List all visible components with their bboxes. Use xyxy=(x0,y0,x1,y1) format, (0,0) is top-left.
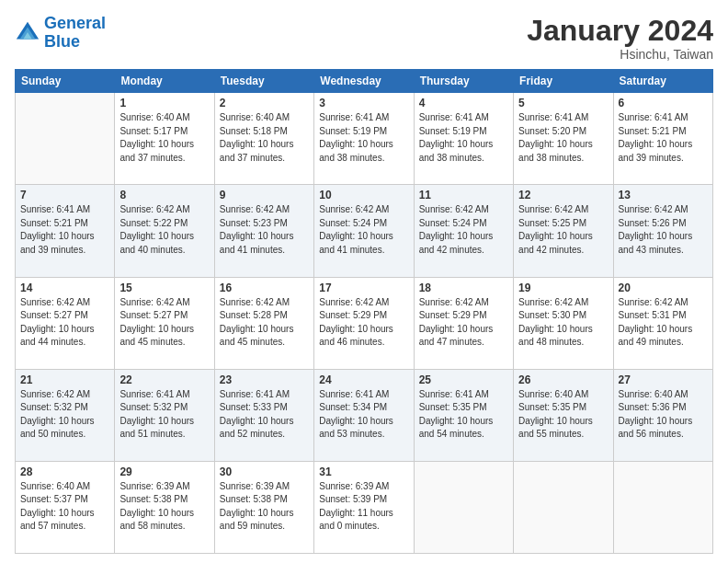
day-info: Sunrise: 6:42 AMSunset: 5:27 PMDaylight:… xyxy=(119,296,209,350)
day-info: Sunrise: 6:41 AMSunset: 5:19 PMDaylight:… xyxy=(419,111,508,165)
day-number: 21 xyxy=(20,373,109,386)
main-title: January 2024 xyxy=(527,15,713,47)
logo: General Blue xyxy=(15,15,106,52)
calendar-cell: 13Sunrise: 6:42 AMSunset: 5:26 PMDayligh… xyxy=(613,185,712,277)
day-info: Sunrise: 6:42 AMSunset: 5:22 PMDaylight:… xyxy=(119,203,209,257)
calendar-header-thursday: Thursday xyxy=(414,70,513,93)
calendar-cell: 18Sunrise: 6:42 AMSunset: 5:29 PMDayligh… xyxy=(414,277,513,369)
calendar-cell xyxy=(16,93,115,185)
day-number: 24 xyxy=(319,373,408,386)
day-number: 25 xyxy=(419,373,508,386)
day-info: Sunrise: 6:42 AMSunset: 5:24 PMDaylight:… xyxy=(319,203,408,257)
calendar-cell: 16Sunrise: 6:42 AMSunset: 5:28 PMDayligh… xyxy=(214,277,313,369)
calendar-week-row: 28Sunrise: 6:40 AMSunset: 5:37 PMDayligh… xyxy=(16,461,713,553)
calendar-cell xyxy=(414,461,513,553)
day-info: Sunrise: 6:40 AMSunset: 5:37 PMDaylight:… xyxy=(20,480,109,534)
day-info: Sunrise: 6:42 AMSunset: 5:23 PMDaylight:… xyxy=(220,203,309,257)
calendar-header-row: SundayMondayTuesdayWednesdayThursdayFrid… xyxy=(16,70,713,93)
day-number: 31 xyxy=(319,465,408,478)
calendar-cell: 25Sunrise: 6:41 AMSunset: 5:35 PMDayligh… xyxy=(414,369,513,461)
calendar-cell: 12Sunrise: 6:42 AMSunset: 5:25 PMDayligh… xyxy=(514,185,613,277)
calendar-cell: 22Sunrise: 6:41 AMSunset: 5:32 PMDayligh… xyxy=(115,369,214,461)
subtitle: Hsinchu, Taiwan xyxy=(527,47,713,62)
calendar-header-sunday: Sunday xyxy=(16,70,115,93)
day-number: 9 xyxy=(220,189,309,201)
day-info: Sunrise: 6:40 AMSunset: 5:35 PMDaylight:… xyxy=(518,388,608,442)
day-info: Sunrise: 6:40 AMSunset: 5:36 PMDaylight:… xyxy=(619,388,708,442)
day-info: Sunrise: 6:41 AMSunset: 5:32 PMDaylight:… xyxy=(119,388,209,442)
logo-line1: General xyxy=(44,14,106,32)
day-number: 15 xyxy=(119,282,209,294)
day-info: Sunrise: 6:41 AMSunset: 5:34 PMDaylight:… xyxy=(319,388,408,442)
day-number: 28 xyxy=(20,465,109,478)
calendar-cell xyxy=(613,461,712,553)
day-number: 10 xyxy=(319,189,408,201)
calendar-cell: 31Sunrise: 6:39 AMSunset: 5:39 PMDayligh… xyxy=(314,461,414,553)
day-info: Sunrise: 6:42 AMSunset: 5:32 PMDaylight:… xyxy=(20,388,109,442)
day-number: 2 xyxy=(220,97,309,109)
day-info: Sunrise: 6:41 AMSunset: 5:35 PMDaylight:… xyxy=(419,388,508,442)
day-info: Sunrise: 6:42 AMSunset: 5:30 PMDaylight:… xyxy=(518,296,608,350)
day-number: 17 xyxy=(319,282,408,294)
day-info: Sunrise: 6:41 AMSunset: 5:20 PMDaylight:… xyxy=(518,111,608,165)
day-number: 13 xyxy=(619,189,708,201)
day-number: 6 xyxy=(619,97,708,109)
calendar-cell: 3Sunrise: 6:41 AMSunset: 5:19 PMDaylight… xyxy=(314,93,414,185)
calendar-cell: 26Sunrise: 6:40 AMSunset: 5:35 PMDayligh… xyxy=(514,369,613,461)
calendar-header-friday: Friday xyxy=(514,70,613,93)
day-number: 8 xyxy=(119,189,209,201)
calendar-table: SundayMondayTuesdayWednesdayThursdayFrid… xyxy=(15,69,713,554)
calendar-cell: 29Sunrise: 6:39 AMSunset: 5:38 PMDayligh… xyxy=(115,461,214,553)
calendar-header-tuesday: Tuesday xyxy=(214,70,313,93)
day-info: Sunrise: 6:42 AMSunset: 5:29 PMDaylight:… xyxy=(319,296,408,350)
day-info: Sunrise: 6:40 AMSunset: 5:17 PMDaylight:… xyxy=(119,111,209,165)
calendar-week-row: 14Sunrise: 6:42 AMSunset: 5:27 PMDayligh… xyxy=(16,277,713,369)
day-info: Sunrise: 6:42 AMSunset: 5:24 PMDaylight:… xyxy=(419,203,508,257)
day-number: 30 xyxy=(220,465,309,478)
day-info: Sunrise: 6:42 AMSunset: 5:28 PMDaylight:… xyxy=(220,296,309,350)
day-info: Sunrise: 6:39 AMSunset: 5:39 PMDaylight:… xyxy=(319,480,408,534)
calendar-cell: 8Sunrise: 6:42 AMSunset: 5:22 PMDaylight… xyxy=(115,185,214,277)
day-number: 23 xyxy=(220,373,309,386)
calendar-cell: 17Sunrise: 6:42 AMSunset: 5:29 PMDayligh… xyxy=(314,277,414,369)
calendar-cell: 15Sunrise: 6:42 AMSunset: 5:27 PMDayligh… xyxy=(115,277,214,369)
calendar-week-row: 21Sunrise: 6:42 AMSunset: 5:32 PMDayligh… xyxy=(16,369,713,461)
calendar-cell: 19Sunrise: 6:42 AMSunset: 5:30 PMDayligh… xyxy=(514,277,613,369)
day-number: 12 xyxy=(518,189,608,201)
calendar-week-row: 7Sunrise: 6:41 AMSunset: 5:21 PMDaylight… xyxy=(16,185,713,277)
day-number: 5 xyxy=(518,97,608,109)
day-number: 1 xyxy=(119,97,209,109)
calendar-cell: 10Sunrise: 6:42 AMSunset: 5:24 PMDayligh… xyxy=(314,185,414,277)
calendar-cell: 14Sunrise: 6:42 AMSunset: 5:27 PMDayligh… xyxy=(16,277,115,369)
calendar-cell: 24Sunrise: 6:41 AMSunset: 5:34 PMDayligh… xyxy=(314,369,414,461)
calendar-header-wednesday: Wednesday xyxy=(314,70,414,93)
day-info: Sunrise: 6:41 AMSunset: 5:19 PMDaylight:… xyxy=(319,111,408,165)
calendar-cell: 28Sunrise: 6:40 AMSunset: 5:37 PMDayligh… xyxy=(16,461,115,553)
day-info: Sunrise: 6:41 AMSunset: 5:21 PMDaylight:… xyxy=(619,111,708,165)
day-number: 18 xyxy=(419,282,508,294)
day-info: Sunrise: 6:42 AMSunset: 5:27 PMDaylight:… xyxy=(20,296,109,350)
logo-text: General Blue xyxy=(44,15,106,52)
day-info: Sunrise: 6:42 AMSunset: 5:26 PMDaylight:… xyxy=(619,203,708,257)
calendar-cell: 7Sunrise: 6:41 AMSunset: 5:21 PMDaylight… xyxy=(16,185,115,277)
calendar-cell: 2Sunrise: 6:40 AMSunset: 5:18 PMDaylight… xyxy=(214,93,313,185)
day-number: 22 xyxy=(119,373,209,386)
logo-icon xyxy=(15,20,40,46)
day-number: 11 xyxy=(419,189,508,201)
logo-line2: Blue xyxy=(44,32,80,51)
day-number: 29 xyxy=(119,465,209,478)
calendar-header-monday: Monday xyxy=(115,70,214,93)
calendar-header-saturday: Saturday xyxy=(613,70,712,93)
calendar-cell: 6Sunrise: 6:41 AMSunset: 5:21 PMDaylight… xyxy=(613,93,712,185)
calendar-week-row: 1Sunrise: 6:40 AMSunset: 5:17 PMDaylight… xyxy=(16,93,713,185)
calendar-cell: 11Sunrise: 6:42 AMSunset: 5:24 PMDayligh… xyxy=(414,185,513,277)
day-number: 26 xyxy=(518,373,608,386)
day-info: Sunrise: 6:41 AMSunset: 5:21 PMDaylight:… xyxy=(20,203,109,257)
calendar-cell: 20Sunrise: 6:42 AMSunset: 5:31 PMDayligh… xyxy=(613,277,712,369)
day-number: 7 xyxy=(20,189,109,201)
page: General Blue January 2024 Hsinchu, Taiwa… xyxy=(0,0,728,563)
day-info: Sunrise: 6:40 AMSunset: 5:18 PMDaylight:… xyxy=(220,111,309,165)
day-info: Sunrise: 6:41 AMSunset: 5:33 PMDaylight:… xyxy=(220,388,309,442)
day-info: Sunrise: 6:39 AMSunset: 5:38 PMDaylight:… xyxy=(220,480,309,534)
day-info: Sunrise: 6:39 AMSunset: 5:38 PMDaylight:… xyxy=(119,480,209,534)
